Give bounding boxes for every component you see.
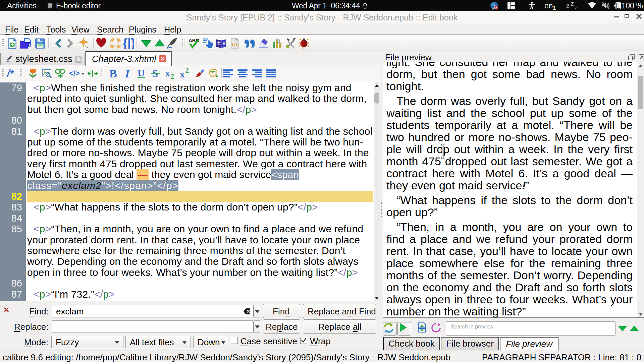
svg-text:x: x xyxy=(165,68,170,78)
svg-text:B: B xyxy=(109,68,117,79)
svg-text:U: U xyxy=(138,68,145,78)
svg-text:x: x xyxy=(180,68,185,79)
svg-text:2: 2 xyxy=(171,73,174,79)
svg-text:{|}: {|} xyxy=(123,38,134,49)
svg-text:2: 2 xyxy=(185,68,189,74)
svg-text:</>: </> xyxy=(69,69,80,77)
svg-text:TTF: TTF xyxy=(231,43,238,47)
svg-text:I: I xyxy=(125,68,130,79)
svg-text:A: A xyxy=(222,41,225,46)
svg-text:/*: /* xyxy=(7,68,14,79)
svg-text:z: z xyxy=(575,5,577,10)
svg-text:文: 文 xyxy=(217,41,221,45)
svg-text:z: z xyxy=(566,2,570,9)
svg-text:Z: Z xyxy=(571,1,574,7)
